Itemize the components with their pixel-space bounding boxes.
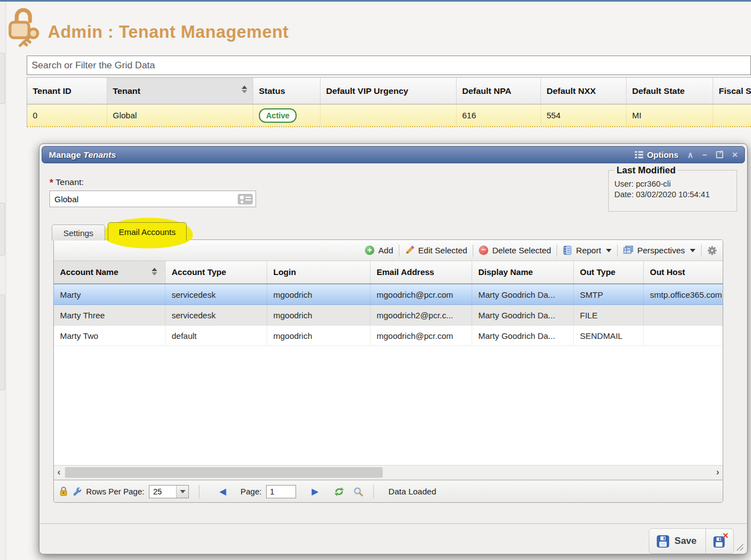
lock-icon[interactable] xyxy=(59,487,68,496)
account-row-marty-two[interactable]: Marty Two default mgoodrich mgoodrich@pc… xyxy=(54,326,723,346)
tenant-row-global[interactable]: 0 Global Active 616 554 MI xyxy=(27,104,751,127)
scrollbar-thumb[interactable] xyxy=(65,467,383,478)
save-and-close-button[interactable]: ✕ xyxy=(705,529,733,553)
delete-icon: − xyxy=(479,246,488,255)
column-header-default-npa[interactable]: Default NPA xyxy=(457,78,541,104)
toolbar-separator xyxy=(617,244,618,257)
tenant-input[interactable] xyxy=(50,194,238,204)
account-row-marty[interactable]: Marty servicedesk mgoodrich mgoodrich@pc… xyxy=(54,284,723,305)
save-button[interactable]: Save xyxy=(649,529,705,553)
dialog-titlebar[interactable]: Manage Tenants Options ∧ − ↗ × xyxy=(42,146,745,163)
background-panel-item xyxy=(0,294,5,390)
previous-page-button[interactable]: ◀ xyxy=(219,487,226,496)
last-modified-user: User: pcr360-cli xyxy=(614,179,731,188)
cell-account-name: Marty Three xyxy=(54,305,166,325)
column-header-status[interactable]: Status xyxy=(253,78,321,104)
background-panel-item xyxy=(0,203,5,256)
column-header-out-host[interactable]: Out Host xyxy=(644,261,723,283)
grid-search-input[interactable] xyxy=(27,56,751,75)
column-header-tenant[interactable]: Tenant xyxy=(107,78,253,104)
admin-lock-key-icon xyxy=(4,7,43,48)
refresh-icon[interactable] xyxy=(334,487,344,497)
next-page-button[interactable]: ▶ xyxy=(312,487,318,496)
scroll-left-arrow[interactable]: ‹ xyxy=(54,466,64,479)
cell-email: mgoodrich@pcr.com xyxy=(371,284,472,304)
tenant-field-label: * Tenant: xyxy=(49,177,84,189)
report-button[interactable]: Report xyxy=(563,246,612,255)
cell-email: mgoodrich2@pcr.c... xyxy=(371,305,472,325)
cell-out-type: FILE xyxy=(574,305,644,325)
perspectives-button[interactable]: Perspectives xyxy=(623,246,695,255)
cell-out-type: SMTP xyxy=(574,284,644,304)
contact-card-icon[interactable] xyxy=(238,194,253,204)
horizontal-scrollbar[interactable]: ‹ › xyxy=(54,465,723,480)
cell-out-host: smtp.office365.com xyxy=(644,284,723,304)
column-header-display-name[interactable]: Display Name xyxy=(472,261,574,283)
options-grid-icon xyxy=(635,151,643,158)
cell-fiscal xyxy=(713,104,751,126)
cell-display-name: Marty Goodrich Da... xyxy=(472,305,574,325)
column-header-out-type[interactable]: Out Type xyxy=(574,261,644,283)
tenant-grid-header: Tenant ID Tenant Status Default VIP Urge… xyxy=(27,78,751,104)
column-header-email-address[interactable]: Email Address xyxy=(371,261,472,283)
cell-account-name: Marty xyxy=(54,284,166,304)
options-button[interactable]: Options xyxy=(635,150,679,159)
delete-selected-button[interactable]: − Delete Selected xyxy=(479,246,551,255)
gear-icon[interactable] xyxy=(707,246,717,256)
wrench-icon[interactable] xyxy=(72,487,82,496)
toolbar-separator xyxy=(557,244,557,257)
scroll-right-arrow[interactable]: › xyxy=(713,466,723,479)
manage-tenants-dialog: Manage Tenants Options ∧ − ↗ × * Tenant:… xyxy=(39,143,748,554)
chevron-down-icon xyxy=(176,486,188,498)
cell-tenant-id: 0 xyxy=(27,104,107,126)
last-modified-title: Last Modified xyxy=(614,165,678,176)
cell-default-vip-urgency xyxy=(321,104,457,126)
top-accent-line xyxy=(0,0,751,2)
chevron-down-icon xyxy=(606,249,612,252)
required-marker: * xyxy=(49,177,53,188)
status-badge: Active xyxy=(259,108,297,123)
cell-login: mgoodrich xyxy=(267,326,371,346)
cell-account-type: servicedesk xyxy=(166,284,267,304)
cell-account-type: default xyxy=(166,326,267,346)
dialog-footer-buttons: Save ✕ xyxy=(649,528,734,554)
column-header-default-nxx[interactable]: Default NXX xyxy=(541,78,627,104)
column-header-account-type[interactable]: Account Type xyxy=(166,261,267,283)
perspectives-icon xyxy=(623,246,633,255)
cell-out-host xyxy=(644,305,723,325)
tab-email-accounts[interactable]: Email Accounts xyxy=(108,222,187,241)
collapse-icon[interactable]: ∧ xyxy=(687,151,693,159)
edit-selected-button[interactable]: Edit Selected xyxy=(405,246,467,255)
column-header-tenant-id[interactable]: Tenant ID xyxy=(27,78,107,104)
column-header-default-state[interactable]: Default State xyxy=(627,78,713,104)
report-icon xyxy=(563,246,572,255)
column-header-fiscal[interactable]: Fiscal S xyxy=(713,78,751,104)
search-icon[interactable] xyxy=(353,487,363,497)
close-icon[interactable]: × xyxy=(732,150,738,159)
email-accounts-panel: + Add Edit Selected − Delete Selected xyxy=(53,239,723,503)
page-number-input[interactable] xyxy=(266,485,296,498)
page-title: Admin : Tenant Management xyxy=(48,22,289,42)
pager-separator xyxy=(373,485,374,498)
column-header-account-name[interactable]: Account Name xyxy=(54,261,166,283)
add-button[interactable]: + Add xyxy=(365,246,393,255)
accounts-grid-header: Account Name Account Type Login Email Ad… xyxy=(54,261,723,284)
minimize-icon[interactable]: − xyxy=(702,151,707,159)
account-row-marty-three[interactable]: Marty Three servicedesk mgoodrich mgoodr… xyxy=(54,305,723,326)
last-modified-date: Date: 03/02/2020 10:54:41 xyxy=(614,190,731,199)
cell-login: mgoodrich xyxy=(267,305,371,325)
add-icon: + xyxy=(365,246,374,255)
tab-settings[interactable]: Settings xyxy=(52,224,105,241)
popout-icon[interactable]: ↗ xyxy=(716,151,723,158)
last-modified-box: Last Modified User: pcr360-cli Date: 03/… xyxy=(608,165,737,212)
sort-icon xyxy=(242,86,247,93)
rows-per-page-select[interactable]: 25 xyxy=(149,485,189,498)
cell-account-type: servicedesk xyxy=(166,305,267,325)
column-header-default-vip-urgency[interactable]: Default VIP Urgency xyxy=(321,78,457,104)
cell-display-name: Marty Goodrich Da... xyxy=(472,326,574,346)
chevron-down-icon xyxy=(690,249,695,252)
resize-handle[interactable] xyxy=(734,542,743,551)
cell-tenant: Global xyxy=(107,104,253,126)
pencil-icon xyxy=(405,246,414,255)
column-header-login[interactable]: Login xyxy=(267,261,371,283)
